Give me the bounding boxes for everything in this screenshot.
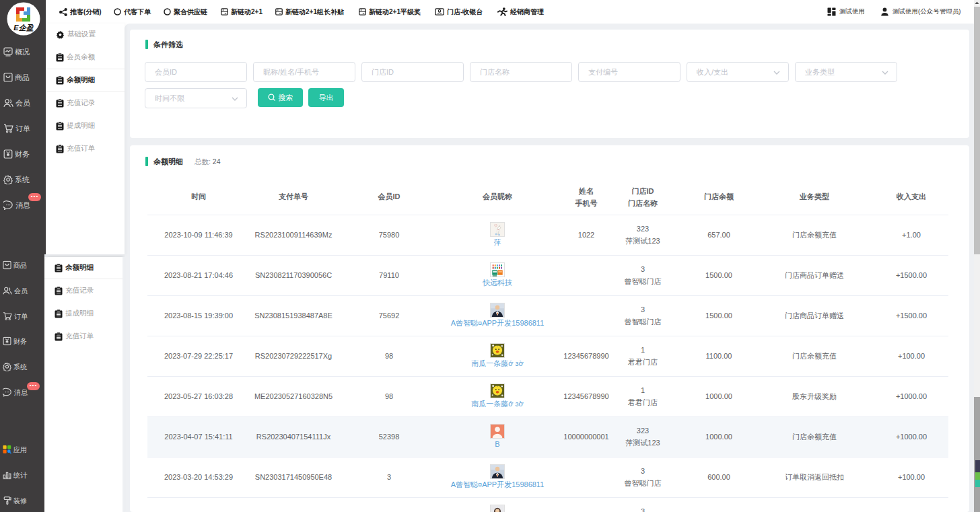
svg-text:E企盈: E企盈 — [13, 24, 34, 32]
